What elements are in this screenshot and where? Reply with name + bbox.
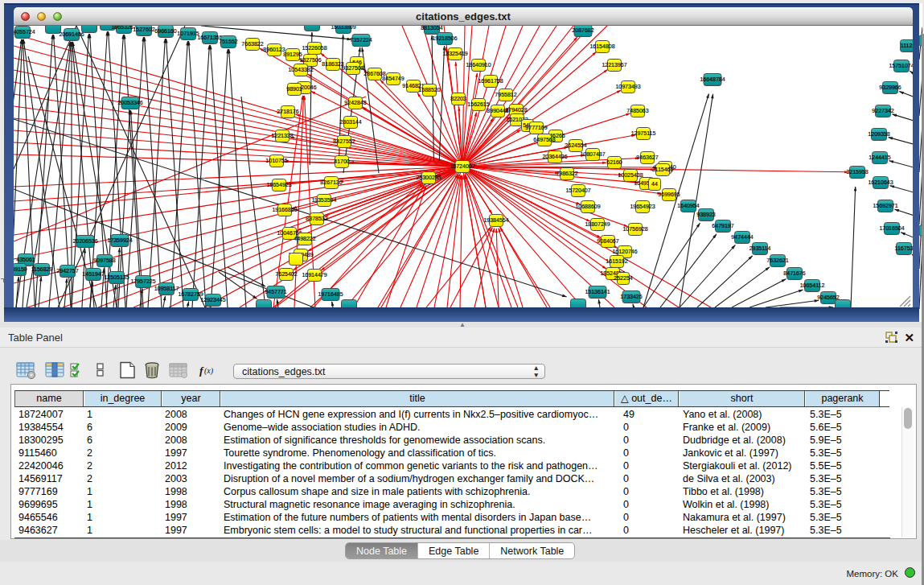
svg-text:17957225: 17957225 — [130, 278, 155, 284]
svg-text:12213967: 12213967 — [602, 62, 626, 68]
svg-text:8878532: 8878532 — [306, 216, 327, 221]
svg-text:10025438: 10025438 — [618, 172, 643, 178]
svg-text:10973493: 10973493 — [615, 84, 640, 89]
svg-text:10688609: 10688609 — [575, 204, 600, 209]
svg-text:98901: 98901 — [286, 86, 302, 92]
svg-text:25300295: 25300295 — [416, 175, 441, 180]
svg-text:1527602: 1527602 — [133, 27, 154, 32]
svg-text:12975115: 12975115 — [631, 130, 656, 136]
svg-text:7663822: 7663822 — [241, 41, 263, 47]
svg-text:1071915: 1071915 — [177, 31, 199, 36]
svg-text:19716485: 19716485 — [318, 291, 343, 297]
svg-text:16210643: 16210643 — [868, 179, 893, 185]
svg-text:2935114: 2935114 — [749, 245, 771, 251]
svg-text:20206536: 20206536 — [72, 238, 97, 244]
svg-text:6479197: 6479197 — [712, 223, 733, 229]
svg-text:1244415: 1244415 — [869, 154, 890, 160]
svg-text:3215958: 3215958 — [846, 169, 868, 175]
svg-text:20053346: 20053346 — [117, 100, 142, 105]
svg-text:4498222: 4498222 — [294, 236, 315, 241]
svg-text:1615192: 1615192 — [606, 258, 627, 264]
svg-text:(x): (x) — [204, 366, 214, 376]
svg-text:2942757: 2942757 — [56, 268, 78, 274]
svg-text:17016504: 17016504 — [879, 225, 904, 231]
svg-text:17359924: 17359924 — [107, 237, 132, 243]
svg-text:1733426: 1733426 — [620, 294, 642, 299]
svg-text:12923445: 12923445 — [200, 297, 225, 303]
svg-text:19166829: 19166829 — [272, 207, 297, 212]
svg-text:12505135: 12505135 — [104, 274, 129, 280]
svg-text:16120746: 16120746 — [612, 249, 637, 254]
svg-text:1451947: 1451947 — [82, 271, 104, 277]
svg-text:8186323: 8186323 — [322, 61, 343, 67]
svg-text:751552: 751552 — [219, 39, 237, 44]
svg-text:9227342: 9227342 — [872, 108, 893, 113]
svg-text:7485063: 7485063 — [626, 108, 648, 113]
svg-text:9327506: 9327506 — [299, 57, 321, 63]
svg-text:19654923: 19654923 — [630, 204, 655, 209]
svg-text:9245652: 9245652 — [817, 295, 839, 300]
svg-text:9242848: 9242848 — [344, 100, 366, 105]
svg-text:8454749: 8454749 — [382, 76, 404, 81]
svg-text:9699695: 9699695 — [658, 192, 680, 197]
svg-text:18724007: 18724007 — [450, 163, 474, 169]
svg-text:3115460: 3115460 — [652, 167, 674, 172]
svg-text:10756928: 10756928 — [622, 226, 647, 232]
svg-text:2087682: 2087682 — [572, 27, 593, 33]
svg-text:9084067: 9084067 — [597, 238, 618, 244]
svg-text:1010755: 1010755 — [265, 158, 287, 163]
svg-text:9474444: 9474444 — [731, 234, 753, 240]
svg-text:15136141: 15136141 — [585, 289, 610, 295]
svg-text:8813054: 8813054 — [421, 26, 442, 31]
svg-text:10958117: 10958117 — [154, 286, 179, 291]
svg-text:19384554: 19384554 — [483, 217, 508, 223]
svg-text:20691406: 20691406 — [59, 31, 84, 37]
svg-text:9777169: 9777169 — [525, 125, 547, 130]
svg-text:6966160: 6966160 — [154, 28, 176, 34]
svg-text:16033809: 16033809 — [331, 26, 355, 30]
svg-text:15720407: 15720407 — [565, 187, 590, 193]
svg-text:82203: 82203 — [450, 96, 466, 101]
svg-text:116753: 116753 — [895, 245, 913, 251]
svg-text:9097588: 9097588 — [93, 257, 115, 263]
svg-text:16914479: 16914479 — [302, 272, 326, 278]
svg-text:252254: 252254 — [614, 275, 632, 281]
svg-text:9327508: 9327508 — [342, 65, 363, 71]
svg-text:9457771: 9457771 — [265, 289, 286, 295]
svg-text:11121: 11121 — [901, 43, 913, 48]
svg-text:3624554: 3624554 — [565, 142, 586, 148]
svg-text:1156829: 1156829 — [31, 266, 53, 272]
svg-text:41700: 41700 — [334, 159, 350, 164]
svg-text:7986322: 7986322 — [556, 171, 577, 176]
svg-text:62160: 62160 — [606, 159, 622, 165]
svg-text:10654112: 10654112 — [800, 282, 825, 288]
svg-text:8471676: 8471676 — [783, 270, 805, 276]
svg-text:10807487: 10807487 — [580, 151, 605, 157]
svg-text:18807249: 18807249 — [585, 221, 610, 227]
svg-text:1562615: 1562615 — [467, 101, 489, 107]
svg-text:7357224: 7357224 — [350, 37, 372, 43]
svg-text:435061: 435061 — [16, 257, 35, 262]
svg-text:7625402: 7625402 — [275, 271, 297, 277]
svg-text:16782759: 16782759 — [178, 291, 203, 297]
svg-text:11353594: 11353594 — [312, 197, 337, 203]
svg-text:44: 44 — [651, 181, 658, 187]
svg-text:8960123: 8960123 — [263, 47, 285, 52]
svg-text:20364436: 20364436 — [542, 154, 567, 159]
svg-text:6497568: 6497568 — [533, 137, 555, 142]
svg-text:16154808: 16154808 — [589, 43, 614, 49]
svg-text:16648784: 16648784 — [700, 76, 725, 82]
svg-text:15226058: 15226058 — [302, 45, 326, 51]
svg-text:7632621: 7632621 — [766, 257, 788, 263]
svg-text:8427552: 8427552 — [333, 138, 355, 144]
svg-text:9463627: 9463627 — [636, 154, 658, 160]
svg-text:6794028: 6794028 — [505, 107, 527, 113]
svg-text:13325419: 13325419 — [442, 51, 467, 56]
svg-text:1588520: 1588520 — [418, 87, 440, 93]
svg-text:15692971: 15692971 — [873, 203, 897, 208]
svg-text:10543382: 10543382 — [288, 67, 313, 72]
svg-text:891295: 891295 — [283, 51, 302, 57]
svg-text:938923: 938923 — [696, 212, 715, 217]
svg-text:1209358: 1209358 — [868, 131, 889, 137]
svg-text:19654923: 19654923 — [266, 182, 291, 187]
